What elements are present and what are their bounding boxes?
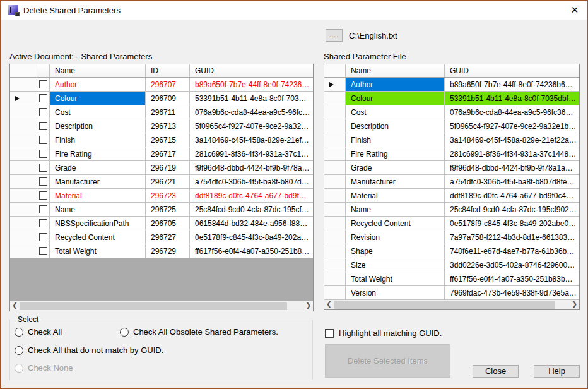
guid-cell[interactable]: 7969fdac-473b-4e59-838f-9d73e5a74295 bbox=[445, 286, 579, 300]
radio-check-all-no-guid-match[interactable]: Check All that do not match by GUID. bbox=[15, 345, 163, 355]
name-cell[interactable]: Fire Rating bbox=[346, 147, 445, 161]
name-cell[interactable]: Size bbox=[346, 258, 445, 272]
guid-cell[interactable]: 5f0965c4-f927-407e-9ce2-9a32e1b983d5 bbox=[445, 119, 579, 133]
id-cell[interactable]: 296727 bbox=[146, 230, 190, 244]
id-cell[interactable]: 296705 bbox=[146, 217, 190, 230]
row-header-cell[interactable] bbox=[324, 244, 346, 258]
guid-cell[interactable]: ff617f56-e0f4-4a07-a350-251b83b6a0df bbox=[445, 272, 579, 286]
table-row[interactable]: NBSSpecificationPath2967050615844d-bd32-… bbox=[10, 217, 313, 230]
row-header-cell[interactable] bbox=[324, 92, 346, 105]
row-checkbox[interactable] bbox=[39, 94, 47, 102]
guid-cell[interactable]: 0e5178f9-c845-4f3c-8a49-202abe06f6b7 bbox=[190, 230, 313, 244]
name-cell[interactable]: Colour bbox=[50, 92, 146, 105]
guid-cell[interactable]: 076a9b6c-cda8-44ea-a9c5-96fc3614bc28 bbox=[190, 105, 313, 119]
table-row[interactable]: Shape740f6e11-e67d-4ae7-b77a-61b36bb37bd… bbox=[324, 244, 579, 258]
name-cell[interactable]: Author bbox=[346, 78, 445, 92]
row-header-cell[interactable] bbox=[324, 286, 346, 300]
row-checkbox[interactable] bbox=[39, 108, 47, 116]
row-checkbox[interactable] bbox=[39, 164, 47, 172]
row-header-cell[interactable] bbox=[10, 217, 37, 230]
guid-cell[interactable]: 0e5178f9-c845-4f3c-8a49-202abe06f6b7 bbox=[445, 217, 579, 230]
id-cell[interactable]: 296717 bbox=[146, 147, 190, 161]
row-checkbox[interactable] bbox=[39, 233, 47, 241]
row-header-cell[interactable] bbox=[324, 119, 346, 133]
table-row[interactable]: Manufacturer296721a754dfc0-306b-4f5f-ba8… bbox=[10, 175, 313, 189]
id-column-header[interactable]: ID bbox=[146, 64, 190, 77]
row-header-cell[interactable] bbox=[10, 203, 37, 217]
row-header-cell[interactable] bbox=[324, 147, 346, 161]
table-row[interactable]: Materialddf8189c-d0fc-4764-a677-bd9f0c4d… bbox=[324, 189, 579, 203]
scroll-right-icon[interactable]: ❯ bbox=[303, 301, 313, 311]
table-row[interactable]: Name25c84fcd-9cd0-4cfa-87dc-195cf9029c30 bbox=[324, 203, 579, 217]
name-cell[interactable]: Description bbox=[50, 119, 146, 133]
name-cell[interactable]: Name bbox=[346, 203, 445, 217]
table-row[interactable]: Authorb89a650f-7b7e-44ff-8e0f-74236b6096… bbox=[324, 78, 579, 92]
table-row[interactable]: Finish2967153a148469-c45f-458a-829e-21ef… bbox=[10, 133, 313, 147]
table-row[interactable]: Fire Rating296717281c6991-8f36-4f34-931a… bbox=[10, 147, 313, 161]
name-cell[interactable]: Material bbox=[346, 189, 445, 203]
row-header-cell[interactable] bbox=[10, 78, 37, 92]
guid-cell[interactable]: 25c84fcd-9cd0-4cfa-87dc-195cf9029c30 bbox=[445, 203, 579, 217]
close-icon[interactable]: ✕ bbox=[568, 4, 581, 16]
name-cell[interactable]: Grade bbox=[346, 161, 445, 175]
row-header-cell[interactable] bbox=[324, 258, 346, 272]
guid-cell[interactable]: b89a650f-7b7e-44ff-8e0f-74236b609694 bbox=[445, 78, 579, 92]
guid-cell[interactable]: 3a148469-c45f-458a-829e-21ef22a5cf2f bbox=[190, 133, 313, 147]
row-header-cell[interactable] bbox=[10, 92, 37, 105]
id-cell[interactable]: 296725 bbox=[146, 203, 190, 217]
name-cell[interactable]: Manufacturer bbox=[346, 175, 445, 189]
table-row[interactable]: Gradef9f96d48-dbbd-4424-bf9b-9f78a1aed5d… bbox=[324, 161, 579, 175]
table-row[interactable]: Version7969fdac-473b-4e59-838f-9d73e5a74… bbox=[324, 286, 579, 300]
guid-cell[interactable]: 5f0965c4-f927-407e-9ce2-9a32e1b983d5 bbox=[190, 119, 313, 133]
row-checkbox[interactable] bbox=[39, 122, 47, 130]
name-cell[interactable]: Total Weight bbox=[50, 244, 146, 258]
table-row[interactable]: Material296723ddf8189c-d0fc-4764-a677-bd… bbox=[10, 189, 313, 203]
browse-button[interactable]: .... bbox=[326, 29, 343, 42]
row-checkbox[interactable] bbox=[39, 80, 47, 88]
table-row[interactable]: Author296707b89a650f-7b7e-44ff-8e0f-7423… bbox=[10, 78, 313, 92]
table-row[interactable]: Revision7a97a758-f212-4b3d-8d1e-661383c7… bbox=[324, 230, 579, 244]
guid-cell[interactable]: a754dfc0-306b-4f5f-ba8f-b807d8fed5f6 bbox=[190, 175, 313, 189]
row-header-cell[interactable] bbox=[10, 105, 37, 119]
id-cell[interactable]: 296707 bbox=[146, 78, 190, 92]
checkbox-cell[interactable] bbox=[37, 230, 50, 244]
id-cell[interactable]: 296709 bbox=[146, 92, 190, 105]
name-cell[interactable]: Name bbox=[50, 203, 146, 217]
name-cell[interactable]: Author bbox=[50, 78, 146, 92]
checkbox-cell[interactable] bbox=[37, 147, 50, 161]
row-header-cell[interactable] bbox=[10, 244, 37, 258]
row-checkbox[interactable] bbox=[39, 191, 47, 200]
row-checkbox[interactable] bbox=[39, 136, 47, 144]
guid-cell[interactable]: ddf8189c-d0fc-4764-a677-bd9f0c4d6a2d bbox=[445, 189, 579, 203]
table-row[interactable]: Finish3a148469-c45f-458a-829e-21ef22a5cf… bbox=[324, 133, 579, 147]
row-header-cell[interactable] bbox=[324, 272, 346, 286]
row-checkbox[interactable] bbox=[39, 247, 47, 255]
row-checkbox[interactable] bbox=[39, 219, 47, 227]
name-cell[interactable]: Material bbox=[50, 189, 146, 203]
row-header-cell[interactable] bbox=[10, 133, 37, 147]
table-row[interactable]: Size3dd0226e-3d05-402a-8746-f296002671e6 bbox=[324, 258, 579, 272]
name-cell[interactable]: Cost bbox=[50, 105, 146, 119]
table-row[interactable]: Colour29670953391b51-4b11-4e8a-8c0f-7035… bbox=[10, 92, 313, 105]
guid-cell[interactable]: f9f96d48-dbbd-4424-bf9b-9f78a1aed5d0 bbox=[445, 161, 579, 175]
row-header-cell[interactable] bbox=[10, 230, 37, 244]
name-cell[interactable]: Version bbox=[346, 286, 445, 300]
guid-cell[interactable]: 0615844d-bd32-484e-a956-f886a7e3f8b2 bbox=[190, 217, 313, 230]
guid-cell[interactable]: ddf8189c-d0fc-4764-a677-bd9f0c4d6a2d bbox=[190, 189, 313, 203]
scrollbar-thumb[interactable] bbox=[334, 301, 555, 309]
name-cell[interactable]: Total Weight bbox=[346, 272, 445, 286]
name-cell[interactable]: Cost bbox=[346, 105, 445, 119]
name-cell[interactable]: Finish bbox=[50, 133, 146, 147]
name-column-header[interactable]: Name bbox=[346, 64, 445, 77]
radio-check-all[interactable]: Check All bbox=[15, 327, 62, 337]
table-row[interactable]: Name29672525c84fcd-9cd0-4cfa-87dc-195cf9… bbox=[10, 203, 313, 217]
row-header-cell[interactable] bbox=[10, 147, 37, 161]
name-cell[interactable]: Revision bbox=[346, 230, 445, 244]
table-row[interactable]: Colour53391b51-4b11-4e8a-8c0f-7035dbf454… bbox=[324, 92, 579, 105]
row-checkbox[interactable] bbox=[39, 150, 47, 158]
guid-cell[interactable]: 25c84fcd-9cd0-4cfa-87dc-195cf9029c30 bbox=[190, 203, 313, 217]
radio-check-all-obsolete[interactable]: Check All Obsolete Shared Parameters. bbox=[120, 327, 278, 337]
row-header-cell[interactable] bbox=[324, 133, 346, 147]
guid-cell[interactable]: b89a650f-7b7e-44ff-8e0f-74236b609694 bbox=[190, 78, 313, 92]
checkbox-cell[interactable] bbox=[37, 133, 50, 147]
